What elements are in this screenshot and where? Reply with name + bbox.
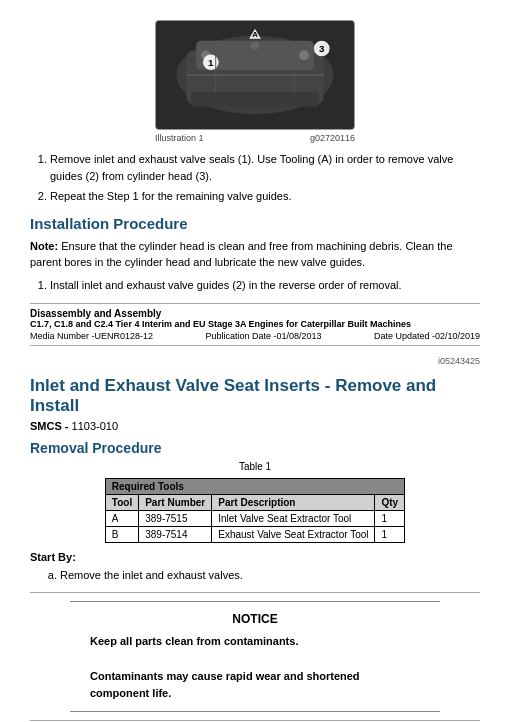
step-2: Repeat the Step 1 for the remaining valv… <box>50 188 480 205</box>
svg-point-6 <box>251 42 259 50</box>
publication-date: Publication Date -01/08/2013 <box>205 331 321 341</box>
image-caption: Illustration 1 g02720116 <box>155 133 355 143</box>
doc-id: i05243425 <box>30 356 480 366</box>
table-caption: Table 1 <box>30 461 480 472</box>
start-by-step-a: Remove the inlet and exhaust valves. <box>60 567 480 584</box>
smcs-value: 1103-010 <box>72 420 119 432</box>
footer-title: Disassembly and Assembly <box>30 308 480 319</box>
note-label: Note: <box>30 240 58 252</box>
notice-line-2: Contaminants may cause rapid wear and sh… <box>90 668 420 703</box>
svg-text:1: 1 <box>208 57 214 68</box>
installation-steps: Install inlet and exhaust valve guides (… <box>50 277 480 294</box>
main-section-heading: Inlet and Exhaust Valve Seat Inserts - R… <box>30 376 480 416</box>
tool-b: B <box>105 527 138 543</box>
footer-subtitle: C1.7, C1.8 and C2.4 Tier 4 Interim and E… <box>30 319 480 329</box>
date-updated: Date Updated -02/10/2019 <box>374 331 480 341</box>
divider-top <box>30 592 480 593</box>
svg-text:A: A <box>252 30 258 39</box>
col-part-number: Part Number <box>139 495 212 511</box>
col-description: Part Description <box>212 495 375 511</box>
notice-title: NOTICE <box>90 610 420 629</box>
start-by-steps: Remove the inlet and exhaust valves. <box>60 567 480 584</box>
start-by-label: Start By: <box>30 551 76 563</box>
required-tools-table: Required Tools Tool Part Number Part Des… <box>105 478 405 543</box>
table-row: A 389-7515 Inlet Valve Seat Extractor To… <box>105 511 404 527</box>
qty-a: 1 <box>375 511 405 527</box>
divider-bottom <box>30 720 480 721</box>
installation-heading: Installation Procedure <box>30 215 480 232</box>
installation-note: Note: Ensure that the cylinder head is c… <box>30 238 480 271</box>
description-a: Inlet Valve Seat Extractor Tool <box>212 511 375 527</box>
svg-point-5 <box>299 50 309 60</box>
caption-right: g02720116 <box>310 133 355 143</box>
col-tool: Tool <box>105 495 138 511</box>
tool-a: A <box>105 511 138 527</box>
part-number-b: 389-7514 <box>139 527 212 543</box>
engine-image: 1 3 A <box>155 20 355 130</box>
step-1: Remove inlet and exhaust valve seals (1)… <box>50 151 480 184</box>
smcs-label: SMCS - 1103-010 <box>30 420 480 432</box>
description-b: Exhaust Valve Seat Extractor Tool <box>212 527 375 543</box>
pre-installation-steps: Remove inlet and exhaust valve seals (1)… <box>50 151 480 205</box>
footer-meta: Media Number -UENR0128-12 Publication Da… <box>30 331 480 341</box>
table-row: B 389-7514 Exhaust Valve Seat Extractor … <box>105 527 404 543</box>
note-text: Ensure that the cylinder head is clean a… <box>30 240 453 269</box>
svg-rect-16 <box>191 92 319 107</box>
table-required-header: Required Tools <box>105 479 404 495</box>
media-number: Media Number -UENR0128-12 <box>30 331 153 341</box>
qty-b: 1 <box>375 527 405 543</box>
removal-heading: Removal Procedure <box>30 440 480 456</box>
smcs-key: SMCS <box>30 420 62 432</box>
start-by: Start By: <box>30 551 480 563</box>
svg-text:3: 3 <box>319 43 325 54</box>
col-qty: Qty <box>375 495 405 511</box>
notice-box: NOTICE Keep all parts clean from contami… <box>70 601 440 713</box>
install-step-1: Install inlet and exhaust valve guides (… <box>50 277 480 294</box>
part-number-a: 389-7515 <box>139 511 212 527</box>
footer-section: Disassembly and Assembly C1.7, C1.8 and … <box>30 303 480 346</box>
caption-left: Illustration 1 <box>155 133 204 143</box>
notice-line-1: Keep all parts clean from contaminants. <box>90 633 420 651</box>
illustration-section: 1 3 A Illustration 1 g02720116 <box>30 20 480 143</box>
